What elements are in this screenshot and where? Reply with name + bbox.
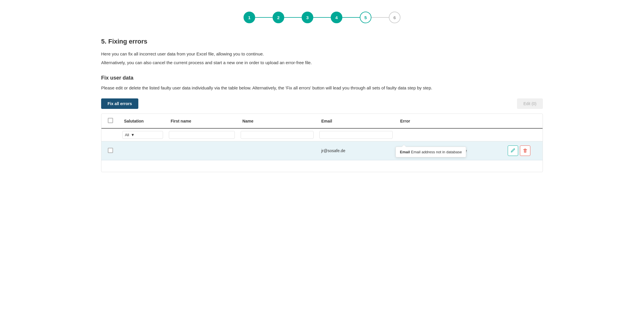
- page-container: 1 2 3 4 5 6 5. Fixing errors Here you ca…: [90, 0, 554, 181]
- step-2: 2: [273, 12, 284, 23]
- header-checkbox-col: [101, 114, 119, 128]
- header-error: Error: [396, 114, 503, 128]
- dropdown-chevron-icon: ▼: [131, 133, 135, 137]
- salutation-filter-value: All: [125, 133, 129, 137]
- subsection-description: Please edit or delete the listed faulty …: [101, 84, 543, 91]
- email-filter-input[interactable]: [319, 131, 393, 139]
- fix-all-errors-button[interactable]: Fix all errors: [101, 98, 138, 109]
- row-first-name-cell: [166, 141, 238, 160]
- row-edit-button[interactable]: [508, 145, 518, 156]
- step-5: 5: [360, 12, 371, 23]
- row-checkbox-cell: [101, 141, 119, 160]
- step-6: 6: [389, 12, 400, 23]
- row-actions-cell: [503, 141, 543, 160]
- action-buttons: [508, 145, 538, 156]
- description-block: Here you can fix all incorrect user data…: [101, 51, 543, 66]
- filter-salutation-cell: All ▼: [119, 128, 166, 141]
- filter-error-cell: Email Email address not in database: [396, 128, 503, 141]
- name-filter-input[interactable]: [241, 131, 314, 139]
- subsection-title: Fix user data: [101, 75, 543, 81]
- header-name: Name: [238, 114, 317, 128]
- step-1: 1: [244, 12, 255, 23]
- stepper: 1 2 3 4 5 6: [101, 9, 543, 23]
- step-line-3-4: [313, 17, 331, 18]
- salutation-filter-dropdown[interactable]: All ▼: [122, 131, 163, 139]
- trash-icon: [523, 148, 527, 153]
- filter-firstname-cell: [166, 128, 238, 141]
- step-line-4-5: [342, 17, 360, 18]
- description-2: Alternatively, you can also cancel the c…: [101, 59, 543, 66]
- row-checkbox[interactable]: [108, 148, 113, 153]
- filter-actions-cell: [503, 128, 543, 141]
- step-line-5-6: [371, 17, 389, 18]
- select-all-checkbox[interactable]: [108, 118, 113, 123]
- empty-row: [101, 160, 543, 172]
- first-name-filter-input[interactable]: [169, 131, 235, 139]
- header-first-name: First name: [166, 114, 238, 128]
- step-4: 4: [331, 12, 342, 23]
- filter-row: All ▼: [101, 128, 543, 141]
- empty-cell: [101, 160, 543, 172]
- user-data-table: Salutation First name Name Email Error A…: [101, 114, 543, 172]
- edit-button[interactable]: Edit (0): [517, 98, 543, 109]
- filter-email-cell: [316, 128, 396, 141]
- step-line-2-3: [284, 17, 302, 18]
- tooltip-error-detail-text: Email address not in database: [411, 150, 462, 154]
- step-3: 3: [302, 12, 313, 23]
- header-salutation: Salutation: [119, 114, 166, 128]
- header-actions: [503, 114, 543, 128]
- table-wrapper: Salutation First name Name Email Error A…: [101, 114, 543, 172]
- table-row: jr@sosafe.de Email Email address not in …: [101, 141, 543, 160]
- row-name-cell: [238, 141, 317, 160]
- edit-icon: [511, 148, 515, 153]
- header-email: Email: [316, 114, 396, 128]
- tooltip-error-label: Email: [400, 150, 410, 154]
- error-tooltip: Email Email address not in database: [396, 147, 466, 157]
- description-1: Here you can fix all incorrect user data…: [101, 51, 543, 57]
- step-line-1-2: [255, 17, 273, 18]
- toolbar: Fix all errors Edit (0): [101, 98, 543, 109]
- table-header-row: Salutation First name Name Email Error: [101, 114, 543, 128]
- row-email-cell: jr@sosafe.de: [316, 141, 396, 160]
- section-title: 5. Fixing errors: [101, 38, 543, 45]
- filter-checkbox-cell: [101, 128, 119, 141]
- row-delete-button[interactable]: [520, 145, 530, 156]
- row-salutation-cell: [119, 141, 166, 160]
- filter-name-cell: [238, 128, 317, 141]
